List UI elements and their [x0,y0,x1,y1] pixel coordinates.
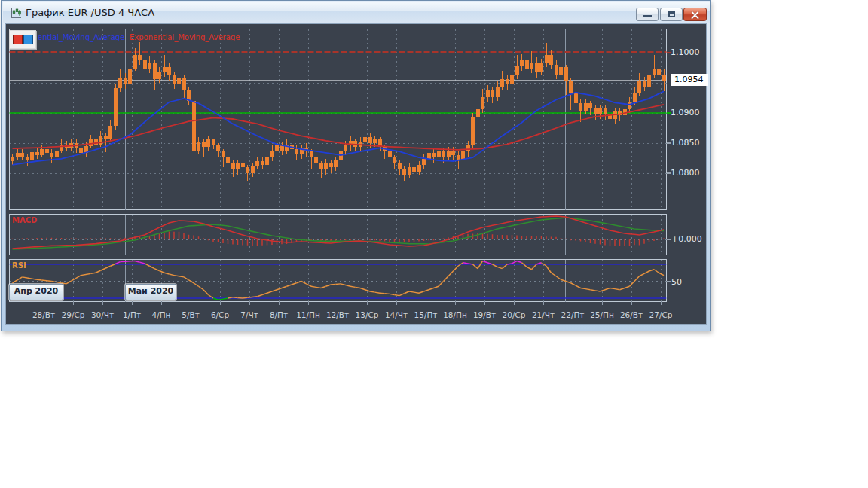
minimize-icon [643,15,652,17]
desktop: График EUR /USD 4 ЧАСА 1.10001.09541.090… [0,0,868,488]
indicator-blue-swatch[interactable] [23,35,33,44]
indicator-red-swatch[interactable] [13,35,23,44]
indicator-buttons [9,30,36,49]
month-button-apr[interactable]: Апр 2020 [9,284,63,300]
close-button[interactable] [683,8,707,21]
chart-app-icon [9,6,23,20]
chart-window: График EUR /USD 4 ЧАСА [1,0,711,331]
month-button-may[interactable]: Май 2020 [125,284,176,300]
maximize-icon [668,11,675,17]
legend-ema-red: Exponential_Moving_Average [130,33,240,41]
chart-client-area [5,23,707,325]
legend-ema-blue: ential_Moving_Average [38,33,124,41]
maximize-button[interactable] [660,8,683,21]
title-bar[interactable]: График EUR /USD 4 ЧАСА [3,2,710,23]
minimize-button[interactable] [636,8,659,21]
window-title: График EUR /USD 4 ЧАСА [26,7,154,18]
